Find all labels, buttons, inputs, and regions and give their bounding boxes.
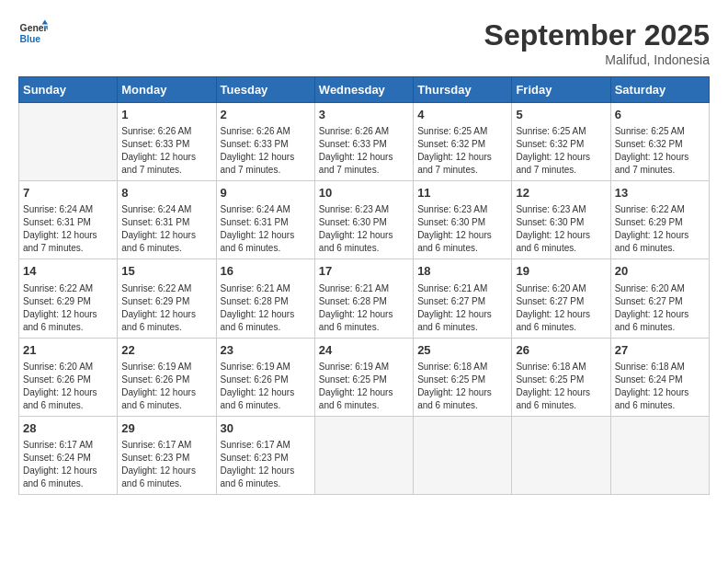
day-info: Sunrise: 6:25 AMSunset: 6:32 PMDaylight:… <box>615 125 705 177</box>
day-number: 20 <box>615 263 705 280</box>
calendar-cell: 12Sunrise: 6:23 AMSunset: 6:30 PMDayligh… <box>512 181 610 259</box>
day-number: 11 <box>417 185 507 201</box>
day-number: 9 <box>221 185 311 201</box>
day-info: Sunrise: 6:23 AMSunset: 6:30 PMDaylight:… <box>516 203 606 255</box>
day-info: Sunrise: 6:22 AMSunset: 6:29 PMDaylight:… <box>615 203 705 255</box>
day-info: Sunrise: 6:24 AMSunset: 6:31 PMDaylight:… <box>23 203 113 255</box>
day-info: Sunrise: 6:25 AMSunset: 6:32 PMDaylight:… <box>516 125 606 177</box>
calendar-cell: 7Sunrise: 6:24 AMSunset: 6:31 PMDaylight… <box>19 181 118 259</box>
day-number: 2 <box>221 107 311 123</box>
calendar-cell <box>19 103 118 181</box>
calendar-cell: 30Sunrise: 6:17 AMSunset: 6:23 PMDayligh… <box>216 416 314 494</box>
day-info: Sunrise: 6:20 AMSunset: 6:26 PMDaylight:… <box>23 361 113 412</box>
day-number: 13 <box>615 185 705 201</box>
calendar-cell <box>512 416 610 494</box>
calendar-week-row: 21Sunrise: 6:20 AMSunset: 6:26 PMDayligh… <box>19 338 710 416</box>
day-header: Wednesday <box>314 77 413 103</box>
day-number: 26 <box>516 342 606 359</box>
day-number: 15 <box>121 263 211 280</box>
calendar-cell: 8Sunrise: 6:24 AMSunset: 6:31 PMDaylight… <box>118 181 216 259</box>
day-number: 6 <box>615 107 705 123</box>
calendar-cell: 27Sunrise: 6:18 AMSunset: 6:24 PMDayligh… <box>610 338 709 416</box>
day-number: 29 <box>121 420 211 437</box>
calendar-cell: 2Sunrise: 6:26 AMSunset: 6:33 PMDaylight… <box>216 103 314 181</box>
day-header: Friday <box>512 77 610 103</box>
calendar-cell: 1Sunrise: 6:26 AMSunset: 6:33 PMDaylight… <box>118 103 216 181</box>
calendar-cell: 13Sunrise: 6:22 AMSunset: 6:29 PMDayligh… <box>610 181 709 259</box>
calendar-cell: 26Sunrise: 6:18 AMSunset: 6:25 PMDayligh… <box>512 338 610 416</box>
logo: General Blue <box>18 18 48 48</box>
day-info: Sunrise: 6:18 AMSunset: 6:25 PMDaylight:… <box>417 361 507 412</box>
day-info: Sunrise: 6:20 AMSunset: 6:27 PMDaylight:… <box>516 282 606 334</box>
calendar-cell: 18Sunrise: 6:21 AMSunset: 6:27 PMDayligh… <box>414 259 512 338</box>
day-header: Thursday <box>414 77 512 103</box>
day-info: Sunrise: 6:19 AMSunset: 6:26 PMDaylight:… <box>221 361 311 412</box>
title-block: September 2025 Malifud, Indonesia <box>484 18 710 67</box>
day-info: Sunrise: 6:23 AMSunset: 6:30 PMDaylight:… <box>417 203 507 255</box>
calendar-cell <box>610 416 709 494</box>
calendar-cell: 21Sunrise: 6:20 AMSunset: 6:26 PMDayligh… <box>19 338 118 416</box>
calendar-cell <box>314 416 413 494</box>
day-number: 3 <box>319 107 409 123</box>
calendar-cell: 19Sunrise: 6:20 AMSunset: 6:27 PMDayligh… <box>512 259 610 338</box>
day-number: 23 <box>221 342 311 359</box>
day-info: Sunrise: 6:19 AMSunset: 6:25 PMDaylight:… <box>319 361 409 412</box>
day-number: 24 <box>319 342 409 359</box>
day-number: 10 <box>319 185 409 201</box>
logo-icon: General Blue <box>18 18 48 48</box>
day-number: 1 <box>121 107 211 123</box>
calendar-cell: 9Sunrise: 6:24 AMSunset: 6:31 PMDaylight… <box>216 181 314 259</box>
day-info: Sunrise: 6:24 AMSunset: 6:31 PMDaylight:… <box>221 203 311 255</box>
day-info: Sunrise: 6:21 AMSunset: 6:28 PMDaylight:… <box>221 282 311 334</box>
day-number: 21 <box>23 342 113 359</box>
calendar-cell: 15Sunrise: 6:22 AMSunset: 6:29 PMDayligh… <box>118 259 216 338</box>
calendar-cell: 5Sunrise: 6:25 AMSunset: 6:32 PMDaylight… <box>512 103 610 181</box>
calendar-week-row: 7Sunrise: 6:24 AMSunset: 6:31 PMDaylight… <box>19 181 710 259</box>
day-info: Sunrise: 6:26 AMSunset: 6:33 PMDaylight:… <box>319 125 409 177</box>
calendar-cell: 23Sunrise: 6:19 AMSunset: 6:26 PMDayligh… <box>216 338 314 416</box>
calendar-cell: 3Sunrise: 6:26 AMSunset: 6:33 PMDaylight… <box>314 103 413 181</box>
calendar-header-row: SundayMondayTuesdayWednesdayThursdayFrid… <box>19 77 710 103</box>
day-info: Sunrise: 6:17 AMSunset: 6:23 PMDaylight:… <box>221 439 311 490</box>
day-number: 19 <box>516 263 606 280</box>
calendar-cell: 25Sunrise: 6:18 AMSunset: 6:25 PMDayligh… <box>414 338 512 416</box>
day-number: 5 <box>516 107 606 123</box>
calendar-cell: 22Sunrise: 6:19 AMSunset: 6:26 PMDayligh… <box>118 338 216 416</box>
day-info: Sunrise: 6:18 AMSunset: 6:25 PMDaylight:… <box>516 361 606 412</box>
day-number: 17 <box>319 263 409 280</box>
day-header: Tuesday <box>216 77 314 103</box>
calendar-cell: 14Sunrise: 6:22 AMSunset: 6:29 PMDayligh… <box>19 259 118 338</box>
calendar-cell: 24Sunrise: 6:19 AMSunset: 6:25 PMDayligh… <box>314 338 413 416</box>
month-title: September 2025 <box>484 18 710 52</box>
day-info: Sunrise: 6:20 AMSunset: 6:27 PMDaylight:… <box>615 282 705 334</box>
day-info: Sunrise: 6:17 AMSunset: 6:24 PMDaylight:… <box>23 439 113 490</box>
day-number: 16 <box>221 263 311 280</box>
day-info: Sunrise: 6:18 AMSunset: 6:24 PMDaylight:… <box>615 361 705 412</box>
calendar-table: SundayMondayTuesdayWednesdayThursdayFrid… <box>18 76 710 495</box>
day-info: Sunrise: 6:21 AMSunset: 6:27 PMDaylight:… <box>417 282 507 334</box>
day-header: Saturday <box>610 77 709 103</box>
day-info: Sunrise: 6:21 AMSunset: 6:28 PMDaylight:… <box>319 282 409 334</box>
day-info: Sunrise: 6:26 AMSunset: 6:33 PMDaylight:… <box>221 125 311 177</box>
calendar-cell: 16Sunrise: 6:21 AMSunset: 6:28 PMDayligh… <box>216 259 314 338</box>
calendar-week-row: 14Sunrise: 6:22 AMSunset: 6:29 PMDayligh… <box>19 259 710 338</box>
day-number: 7 <box>23 185 113 201</box>
day-number: 27 <box>615 342 705 359</box>
day-info: Sunrise: 6:17 AMSunset: 6:23 PMDaylight:… <box>121 439 211 490</box>
location: Malifud, Indonesia <box>484 52 710 67</box>
calendar-cell: 11Sunrise: 6:23 AMSunset: 6:30 PMDayligh… <box>414 181 512 259</box>
day-info: Sunrise: 6:19 AMSunset: 6:26 PMDaylight:… <box>121 361 211 412</box>
day-info: Sunrise: 6:26 AMSunset: 6:33 PMDaylight:… <box>121 125 211 177</box>
day-number: 22 <box>121 342 211 359</box>
calendar-cell: 29Sunrise: 6:17 AMSunset: 6:23 PMDayligh… <box>118 416 216 494</box>
calendar-cell: 4Sunrise: 6:25 AMSunset: 6:32 PMDaylight… <box>414 103 512 181</box>
day-number: 18 <box>417 263 507 280</box>
day-number: 14 <box>23 263 113 280</box>
day-info: Sunrise: 6:22 AMSunset: 6:29 PMDaylight:… <box>23 282 113 334</box>
day-header: Sunday <box>19 77 118 103</box>
day-number: 25 <box>417 342 507 359</box>
day-info: Sunrise: 6:22 AMSunset: 6:29 PMDaylight:… <box>121 282 211 334</box>
day-number: 12 <box>516 185 606 201</box>
svg-text:Blue: Blue <box>20 34 41 44</box>
day-number: 4 <box>417 107 507 123</box>
